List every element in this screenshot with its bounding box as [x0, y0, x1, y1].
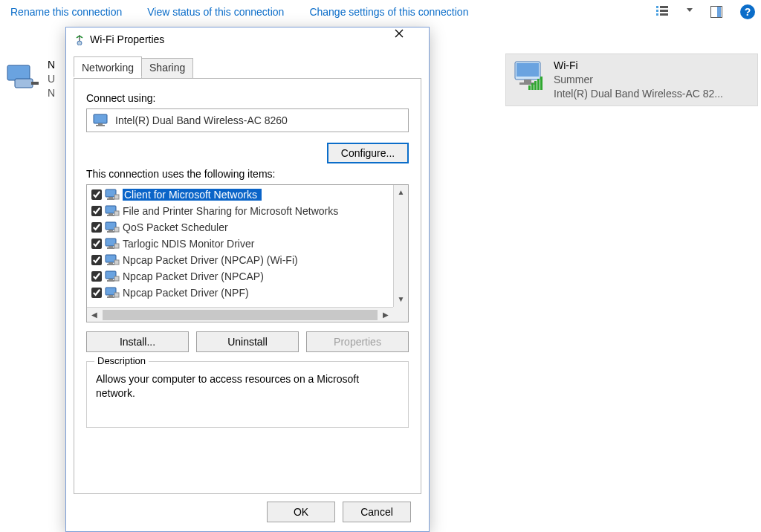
uninstall-button[interactable]: Uninstall: [196, 331, 299, 352]
svg-point-13: [77, 41, 82, 45]
svg-rect-38: [109, 279, 113, 280]
svg-rect-8: [531, 83, 534, 90]
items-listbox[interactable]: Client for Microsoft NetworksFile and Pr…: [86, 184, 409, 322]
svg-rect-10: [537, 79, 540, 90]
svg-rect-26: [109, 230, 113, 231]
nic-icon: [4, 58, 42, 91]
view-status-link[interactable]: View status of this connection: [143, 3, 288, 21]
adapter-name: Intel(R) Dual Band Wireless-AC 8260: [115, 114, 288, 126]
svg-rect-39: [107, 280, 114, 282]
svg-rect-23: [107, 215, 114, 216]
svg-rect-20: [114, 195, 119, 199]
tab-networking[interactable]: Networking: [74, 56, 142, 77]
svg-rect-14: [94, 114, 107, 123]
connect-using-label: Connect using:: [86, 92, 409, 104]
wifi-properties-dialog: Wi-Fi Properties Networking Sharing Conn…: [65, 27, 430, 532]
component-item[interactable]: Npcap Packet Driver (NPCAP): [88, 268, 392, 285]
ethernet-adapter: N: [48, 86, 55, 100]
component-checkbox[interactable]: [91, 271, 102, 282]
component-item[interactable]: Npcap Packet Driver (NPF): [88, 285, 392, 301]
svg-rect-34: [109, 262, 113, 264]
properties-button[interactable]: Properties: [306, 331, 409, 352]
ethernet-name: N: [48, 58, 55, 72]
svg-rect-40: [114, 276, 119, 281]
svg-rect-22: [109, 213, 113, 215]
scrollbar-thumb[interactable]: [103, 310, 378, 320]
scroll-left-icon[interactable]: ◀: [87, 308, 102, 322]
tab-sharing[interactable]: Sharing: [141, 58, 193, 79]
component-label: QoS Packet Scheduler: [123, 221, 228, 233]
component-label: Npcap Packet Driver (NPF): [123, 287, 249, 299]
component-checkbox[interactable]: [91, 239, 102, 249]
component-item[interactable]: QoS Packet Scheduler: [88, 219, 392, 236]
component-icon: [105, 270, 120, 282]
component-item[interactable]: Client for Microsoft Networks: [88, 186, 392, 203]
change-settings-link[interactable]: Change settings of this connection: [305, 3, 473, 21]
component-item[interactable]: Tarlogic NDIS Monitor Driver: [88, 236, 392, 252]
tab-strip: Networking Sharing: [74, 58, 421, 79]
svg-rect-32: [114, 244, 119, 248]
help-button[interactable]: ?: [740, 4, 755, 19]
vertical-scrollbar[interactable]: ▲ ▼: [393, 185, 408, 307]
svg-rect-44: [114, 293, 119, 297]
svg-rect-0: [7, 65, 30, 80]
component-checkbox[interactable]: [91, 255, 102, 265]
scroll-down-icon[interactable]: ▼: [394, 292, 408, 307]
component-label: Client for Microsoft Networks: [123, 189, 262, 201]
svg-rect-43: [107, 296, 114, 298]
monitor-icon: [93, 114, 109, 127]
svg-rect-18: [109, 197, 113, 198]
svg-rect-24: [114, 211, 119, 215]
component-icon: [105, 205, 120, 217]
wifi-connection-text: Wi-Fi Summer Intel(R) Dual Band Wireless…: [554, 59, 723, 101]
rename-connection-link[interactable]: Rename this connection: [6, 3, 126, 21]
component-icon: [105, 254, 120, 266]
svg-rect-28: [114, 227, 119, 232]
adapter-field[interactable]: Intel(R) Dual Band Wireless-AC 8260: [86, 108, 409, 132]
view-options-dropdown-icon[interactable]: [687, 8, 693, 12]
component-checkbox[interactable]: [91, 288, 102, 298]
view-options-button[interactable]: [655, 4, 670, 19]
svg-rect-16: [96, 125, 105, 126]
component-item[interactable]: Npcap Packet Driver (NPCAP) (Wi-Fi): [88, 252, 392, 268]
ok-button[interactable]: OK: [267, 502, 335, 522]
ethernet-status: U: [48, 72, 55, 86]
wifi-titlebar-icon: [74, 33, 85, 45]
component-icon: [105, 189, 120, 201]
scroll-up-icon[interactable]: ▲: [394, 185, 408, 200]
component-icon: [105, 238, 120, 250]
dialog-title: Wi-Fi Properties: [90, 33, 395, 45]
install-button[interactable]: Install...: [86, 331, 189, 352]
component-checkbox[interactable]: [91, 206, 102, 216]
close-icon: [395, 29, 404, 38]
component-checkbox[interactable]: [91, 189, 102, 200]
component-item[interactable]: File and Printer Sharing for Microsoft N…: [88, 203, 392, 219]
scroll-right-icon[interactable]: ▶: [378, 308, 393, 322]
ethernet-connection-text: N U N: [48, 58, 55, 100]
svg-rect-15: [98, 123, 103, 125]
wifi-connection-item[interactable]: Wi-Fi Summer Intel(R) Dual Band Wireless…: [505, 53, 758, 106]
svg-rect-2: [31, 82, 39, 85]
description-group: Description Allows your computer to acce…: [86, 361, 409, 428]
svg-rect-19: [107, 198, 114, 200]
component-icon: [105, 221, 120, 233]
svg-rect-30: [109, 246, 113, 247]
description-legend: Description: [94, 355, 149, 366]
cancel-button[interactable]: Cancel: [343, 502, 411, 522]
configure-button[interactable]: Configure...: [327, 143, 409, 163]
svg-rect-35: [107, 264, 114, 265]
svg-rect-27: [107, 231, 114, 233]
component-checkbox[interactable]: [91, 222, 102, 233]
svg-rect-11: [540, 77, 543, 90]
svg-rect-36: [114, 260, 119, 265]
component-label: Npcap Packet Driver (NPCAP): [123, 270, 264, 282]
preview-pane-button[interactable]: [709, 4, 724, 19]
close-button[interactable]: [395, 29, 424, 50]
svg-rect-9: [534, 81, 537, 90]
wifi-monitor-icon: [511, 59, 548, 91]
items-label: This connection uses the following items…: [86, 168, 409, 180]
dialog-titlebar[interactable]: Wi-Fi Properties: [66, 27, 429, 51]
command-bar: Rename this connection View status of th…: [0, 0, 761, 24]
horizontal-scrollbar[interactable]: ◀ ▶: [87, 307, 393, 322]
component-label: Npcap Packet Driver (NPCAP) (Wi-Fi): [123, 254, 298, 266]
